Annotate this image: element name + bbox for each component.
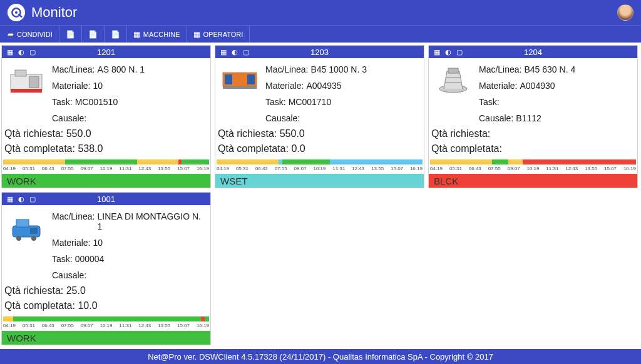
mac-linea-label: Mac/Linea: [479,64,521,74]
window-icon[interactable]: ▢ [29,195,36,203]
timeline-bar [3,159,209,164]
timeline-segment [3,316,13,321]
document-icon: 📄 [88,30,98,39]
timeline-tick: 09:07 [294,166,307,171]
table-icon[interactable]: ▦ [220,48,227,56]
qty-block: Qtà richiesta: 550.0 Qtà completata: 538… [2,126,210,159]
card-body: Mac/Linea:LINEA DI MONTAGGIO N. 1 Materi… [2,205,210,283]
table-icon[interactable]: ▦ [7,48,13,56]
svg-rect-3 [11,89,42,93]
mac-linea-value: B45 1000 N. 3 [310,64,367,74]
materiale-label: Materiale: [265,81,304,91]
materiale-label: Materiale: [479,81,517,91]
timeline-tick: 06:43 [469,166,481,171]
task-value: MC001710 [289,97,332,107]
timeline-tick: 11:31 [119,166,131,171]
svg-rect-8 [247,74,255,84]
machine-image [6,210,47,245]
mac-linea-value: B45 630 N. 4 [524,64,575,74]
grid-icon: ▦ [133,30,140,39]
qta-completata-value: 10.0 [78,300,97,311]
info-lines: Mac/Linea:AS 800 N. 1 Materiale:10 Task:… [52,63,145,123]
svg-point-1 [15,11,18,14]
timeline-segment [13,316,200,321]
gauge-icon[interactable]: ◐ [18,195,24,203]
export-button-1[interactable]: 📄 [59,26,82,43]
materiale-row: Materiale:A004930 [479,81,575,91]
macchine-button[interactable]: ▦ MACCHINE [127,26,187,43]
machine-card[interactable]: ▦ ◐ ▢ 1001 Mac/Linea:LINEA DI MONTAGGIO … [1,192,211,345]
timeline-tick: 05:31 [23,166,35,171]
gauge-icon[interactable]: ◐ [445,48,451,56]
machine-card[interactable]: ▦ ◐ ▢ 1203 Mac/Linea:B45 1000 N. 3 Mater… [215,45,424,188]
mac-linea-row: Mac/Linea:AS 800 N. 1 [52,64,145,74]
machine-image [219,63,260,98]
window-icon[interactable]: ▢ [243,48,249,56]
causale-label: Causale: [52,113,86,123]
card-header: ▦ ◐ ▢ 1001 [2,193,210,205]
table-icon[interactable]: ▦ [7,195,13,203]
window-icon[interactable]: ▢ [29,48,36,56]
window-icon[interactable]: ▢ [456,48,463,56]
macchine-label: MACCHINE [143,31,180,38]
timeline-tick: 13:55 [585,166,597,171]
export-button-2[interactable]: 📄 [82,26,105,43]
mac-linea-value: AS 800 N. 1 [97,64,145,74]
machine-card[interactable]: ▦ ◐ ▢ 1204 Mac/Linea:B45 630 N. 4 Materi… [428,45,638,188]
task-row: Task: [479,97,575,107]
table-icon[interactable]: ▦ [434,48,440,56]
export-button-3[interactable]: 📄 [105,26,127,43]
timeline-tick: 07:55 [61,323,74,328]
qta-richiesta-label: Qtà richiesta: [4,285,63,296]
timeline-tick: 09:07 [81,323,93,328]
timeline-segment [279,159,283,164]
timeline-tick: 12:43 [352,166,364,171]
cards-grid: ▦ ◐ ▢ 1201 Mac/Linea:AS 800 N. 1 Materia… [0,43,641,348]
card-header: ▦ ◐ ▢ 1201 [2,46,210,58]
timeline-ticks: 04:1905:3106:4307:5509:0710:1911:3112:43… [430,164,636,171]
svg-rect-9 [223,86,257,89]
machine-card[interactable]: ▦ ◐ ▢ 1201 Mac/Linea:AS 800 N. 1 Materia… [1,45,211,188]
qta-richiesta-row: Qtà richiesta: [431,128,635,139]
share-icon: ➦ [8,30,14,39]
qta-completata-row: Qtà completata: [431,143,635,154]
causale-row: Causale: [52,270,207,280]
info-lines: Mac/Linea:LINEA DI MONTAGGIO N. 1 Materi… [52,210,207,280]
operatori-label: OPERATORI [203,31,244,38]
operatori-button[interactable]: ▦ OPERATORI [187,26,250,43]
timeline-tick: 12:43 [138,323,151,328]
share-button[interactable]: ➦ CONDIVIDI [5,26,59,43]
gauge-icon[interactable]: ◐ [18,48,24,56]
causale-value: B1112 [516,113,541,123]
timeline-bar [217,159,423,164]
timeline-tick: 11:31 [119,323,131,328]
timeline-tick: 07:55 [275,166,287,171]
timeline-tick: 04:19 [430,166,443,171]
timeline-ticks: 04:1905:3106:4307:5509:0710:1911:3112:43… [3,321,209,328]
qta-richiesta-label: Qtà richiesta: [431,128,490,139]
timeline-tick: 04:19 [3,323,16,328]
timeline-segment [182,159,209,164]
task-value: 000004 [75,254,105,264]
timeline-tick: 10:19 [313,166,326,171]
status-bar: WORK [2,331,210,345]
causale-row: Causale: [52,113,145,123]
task-label: Task: [52,254,73,264]
timeline-tick: 09:07 [81,166,93,171]
task-label: Task: [265,97,286,107]
timeline-tick: 13:55 [371,166,384,171]
timeline-segment [430,159,492,164]
timeline: 04:1905:3106:4307:5509:0710:1911:3112:43… [217,159,423,171]
mac-linea-row: Mac/Linea:B45 1000 N. 3 [265,64,367,74]
top-bar: Monitor [0,0,641,25]
app-title: Monitor [31,4,77,21]
svg-rect-4 [15,70,26,76]
qta-richiesta-row: Qtà richiesta: 550.0 [4,128,208,139]
timeline-tick: 15:07 [177,166,190,171]
task-row: Task:MC001710 [265,97,367,107]
materiale-row: Materiale:10 [52,238,207,248]
materiale-row: Materiale:10 [52,81,145,91]
user-avatar[interactable] [617,4,633,21]
gauge-icon[interactable]: ◐ [232,48,238,56]
timeline-segment [282,159,330,164]
